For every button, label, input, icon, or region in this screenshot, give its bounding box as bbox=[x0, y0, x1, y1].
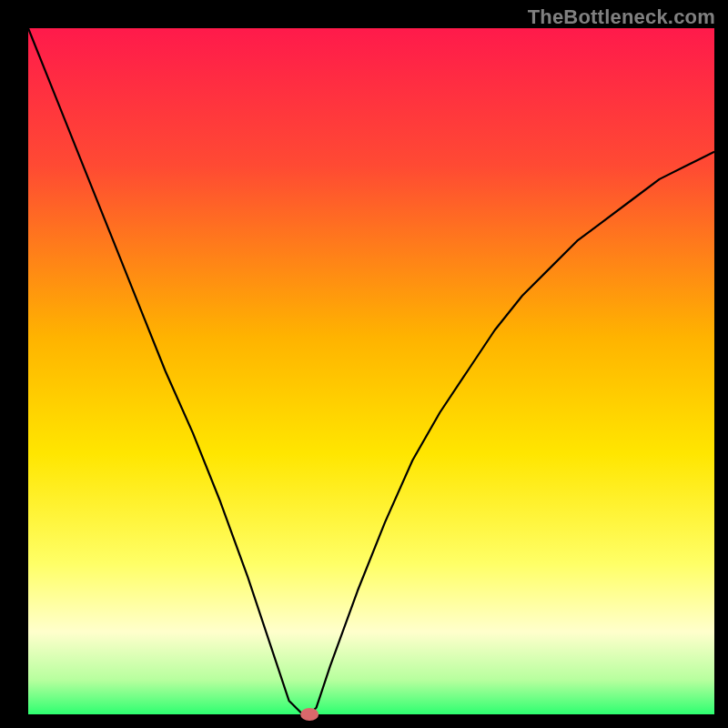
gradient-background bbox=[28, 28, 714, 714]
optimal-point-marker bbox=[300, 708, 318, 721]
watermark-text: TheBottleneck.com bbox=[528, 5, 715, 29]
bottleneck-chart bbox=[0, 0, 728, 728]
chart-container: TheBottleneck.com bbox=[0, 0, 728, 728]
